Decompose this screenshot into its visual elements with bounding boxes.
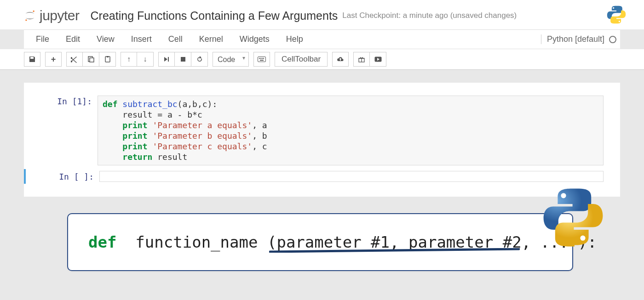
jupyter-logo-icon — [24, 10, 36, 22]
cloud-upload-icon — [337, 56, 344, 63]
jupyter-logo-text: jupyter — [40, 8, 80, 23]
checkpoint-status: Last Checkpoint: a minute ago (unsaved c… — [342, 11, 517, 20]
refresh-icon — [196, 56, 203, 63]
interrupt-button[interactable] — [175, 52, 191, 67]
svg-rect-11 — [260, 58, 261, 59]
plus-icon: + — [51, 55, 56, 64]
svg-rect-8 — [181, 57, 185, 62]
scissors-icon — [71, 56, 78, 63]
kernel-idle-icon — [609, 36, 616, 43]
cell-prompt: In [1]: — [24, 96, 98, 165]
menu-cell[interactable]: Cell — [160, 30, 191, 49]
cell-input[interactable]: def subtract_bc(a,b,c): result = a - b*c… — [98, 96, 604, 165]
annotation-card: def function_name (parameter #1, paramet… — [67, 213, 573, 271]
command-palette-button[interactable] — [253, 52, 270, 67]
python-logo-large-icon — [541, 185, 605, 249]
svg-rect-13 — [263, 58, 264, 59]
svg-point-2 — [613, 7, 614, 9]
svg-rect-7 — [107, 56, 109, 57]
insert-cell-button[interactable]: + — [45, 52, 62, 67]
run-button[interactable] — [158, 52, 175, 67]
stop-icon — [180, 57, 186, 62]
menu-insert[interactable]: Insert — [123, 30, 160, 49]
gift-button[interactable] — [353, 52, 370, 67]
arrow-up-icon: ↑ — [127, 55, 131, 63]
svg-point-1 — [25, 19, 27, 21]
move-down-button[interactable]: ↓ — [137, 52, 154, 67]
jupyter-logo[interactable]: jupyter — [24, 8, 80, 23]
copy-button[interactable] — [83, 52, 99, 67]
play-rect-icon — [374, 57, 382, 62]
cut-button[interactable] — [66, 52, 83, 67]
menu-help[interactable]: Help — [278, 30, 311, 49]
code-cell[interactable]: In [ ]: — [24, 169, 620, 184]
paste-icon — [104, 56, 111, 63]
svg-point-3 — [619, 21, 620, 22]
svg-point-18 — [580, 236, 585, 241]
svg-rect-10 — [259, 58, 260, 59]
menu-file[interactable]: File — [28, 30, 58, 49]
svg-point-17 — [561, 193, 566, 198]
svg-rect-14 — [260, 60, 264, 61]
upload-button[interactable] — [332, 52, 349, 67]
menu-kernel[interactable]: Kernel — [191, 30, 231, 49]
header: jupyter Creating Functions Containing a … — [0, 0, 644, 29]
restart-button[interactable] — [191, 52, 208, 67]
menu-widgets[interactable]: Widgets — [231, 30, 278, 49]
svg-rect-9 — [258, 57, 266, 62]
arrow-down-icon: ↓ — [144, 55, 147, 63]
present-button[interactable] — [370, 52, 386, 67]
notebook-title[interactable]: Creating Functions Containing a Few Argu… — [91, 9, 338, 23]
gift-icon — [358, 56, 365, 63]
copy-icon — [87, 56, 95, 63]
toolbar: + ↑ ↓ Code CellToolbar — [0, 49, 644, 70]
annotation-underline — [269, 248, 520, 253]
svg-rect-12 — [262, 58, 263, 59]
menu-edit[interactable]: Edit — [58, 30, 88, 49]
paste-button[interactable] — [99, 52, 116, 67]
step-forward-icon — [163, 56, 170, 62]
cell-toolbar-button[interactable]: CellToolbar — [275, 52, 328, 67]
menubar: File Edit View Insert Cell Kernel Widget… — [24, 29, 620, 49]
keyboard-icon — [258, 57, 266, 62]
save-button[interactable] — [24, 52, 40, 67]
cell-type-select[interactable]: Code — [213, 52, 249, 67]
cell-input[interactable] — [99, 171, 604, 182]
code-cell[interactable]: In [1]: def subtract_bc(a,b,c): result =… — [24, 94, 620, 167]
python-logo-icon — [606, 5, 627, 27]
menu-view[interactable]: View — [88, 30, 123, 49]
move-up-button[interactable]: ↑ — [121, 52, 137, 67]
cell-prompt: In [ ]: — [26, 171, 99, 182]
notebook-container: In [1]: def subtract_bc(a,b,c): result =… — [24, 83, 620, 197]
kernel-name: Python [default] — [547, 34, 604, 44]
svg-point-0 — [33, 11, 34, 12]
svg-rect-5 — [90, 58, 94, 62]
